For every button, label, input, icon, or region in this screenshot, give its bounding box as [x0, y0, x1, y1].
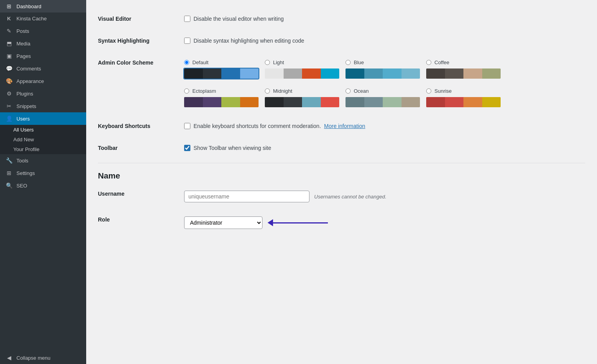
- sidebar: ⊞ Dashboard K Kinsta Cache ✎ Posts ⬒ Med…: [0, 0, 86, 364]
- keyboard-shortcuts-checkbox-label[interactable]: Enable keyboard shortcuts for comment mo…: [184, 123, 585, 129]
- snippets-icon: ✂: [5, 103, 13, 109]
- scheme-ectoplasm-radio[interactable]: [184, 88, 189, 94]
- toolbar-row: Toolbar Show Toolbar when viewing site: [98, 137, 585, 159]
- arrow-line: [273, 222, 328, 223]
- scheme-coffee-swatches: [426, 68, 501, 79]
- sidebar-item-media[interactable]: ⬒ Media: [0, 37, 86, 50]
- toolbar-checkbox[interactable]: [184, 145, 190, 151]
- main-content: Visual Editor Disable the visual editor …: [86, 0, 597, 364]
- scheme-ectoplasm[interactable]: Ectoplasm: [184, 88, 259, 107]
- scheme-ectoplasm-swatches: [184, 97, 259, 107]
- scheme-coffee[interactable]: Coffee: [426, 59, 501, 79]
- scheme-light-swatches: [265, 68, 339, 79]
- collapse-icon: ◀: [5, 355, 13, 361]
- scheme-ocean-swatches: [346, 97, 420, 107]
- pages-icon: ▣: [5, 53, 13, 59]
- appearance-icon: 🎨: [5, 78, 13, 84]
- name-form-table: Username Usernames cannot be changed. Ro…: [98, 184, 585, 237]
- dashboard-icon: ⊞: [5, 3, 13, 9]
- keyboard-shortcuts-label: Keyboard Shortcuts: [98, 123, 150, 129]
- sidebar-item-appearance[interactable]: 🎨 Appearance: [0, 75, 86, 87]
- scheme-midnight-swatches: [265, 97, 339, 107]
- visual-editor-checkbox-label[interactable]: Disable the visual editor when writing: [184, 16, 585, 22]
- sidebar-item-tools[interactable]: 🔧 Tools: [0, 154, 86, 167]
- color-scheme-row: Admin Color Scheme Default: [98, 52, 585, 115]
- color-scheme-label: Admin Color Scheme: [98, 59, 154, 66]
- role-label: Role: [98, 216, 110, 223]
- sidebar-item-seo[interactable]: 🔍 SEO: [0, 179, 86, 192]
- scheme-blue-radio[interactable]: [346, 60, 351, 65]
- visual-editor-row: Visual Editor Disable the visual editor …: [98, 8, 585, 30]
- role-select[interactable]: Administrator Editor Author Contributor …: [184, 216, 262, 229]
- scheme-sunrise-swatches: [426, 97, 501, 107]
- sidebar-item-users[interactable]: 👤 Users: [0, 112, 86, 125]
- arrow-annotation: [268, 219, 328, 226]
- keyboard-shortcuts-more-info[interactable]: More information: [324, 123, 365, 129]
- users-submenu: All Users Add New Your Profile: [0, 125, 86, 154]
- username-row: Username Usernames cannot be changed.: [98, 184, 585, 210]
- sidebar-item-settings[interactable]: ⊞ Settings: [0, 167, 86, 179]
- users-icon: 👤: [5, 115, 13, 122]
- scheme-ocean-radio[interactable]: [346, 88, 351, 94]
- scheme-midnight[interactable]: Midnight: [265, 88, 339, 107]
- seo-icon: 🔍: [5, 182, 13, 189]
- sidebar-item-posts[interactable]: ✎ Posts: [0, 25, 86, 37]
- sidebar-item-collapse[interactable]: ◀ Collapse menu: [0, 351, 86, 364]
- kinsta-icon: K: [5, 16, 13, 22]
- toolbar-label: Toolbar: [98, 145, 118, 151]
- visual-editor-checkbox[interactable]: [184, 16, 190, 22]
- scheme-coffee-radio[interactable]: [426, 60, 431, 65]
- username-note: Usernames cannot be changed.: [314, 194, 386, 200]
- submenu-all-users[interactable]: All Users: [0, 125, 86, 135]
- plugins-icon: ⚙: [5, 90, 13, 97]
- sidebar-item-dashboard[interactable]: ⊞ Dashboard: [0, 0, 86, 13]
- toolbar-checkbox-label[interactable]: Show Toolbar when viewing site: [184, 145, 585, 151]
- username-label: Username: [98, 191, 125, 197]
- role-row: Role Administrator Editor Author Contrib…: [98, 210, 585, 237]
- scheme-light[interactable]: Light: [265, 59, 339, 79]
- keyboard-shortcuts-row: Keyboard Shortcuts Enable keyboard short…: [98, 115, 585, 137]
- sidebar-item-pages[interactable]: ▣ Pages: [0, 50, 86, 62]
- submenu-add-new[interactable]: Add New: [0, 135, 86, 144]
- scheme-midnight-radio[interactable]: [265, 88, 270, 94]
- syntax-highlighting-label: Syntax Highlighting: [98, 38, 149, 44]
- profile-form-table: Visual Editor Disable the visual editor …: [98, 8, 585, 159]
- username-input[interactable]: [184, 191, 309, 202]
- visual-editor-label: Visual Editor: [98, 16, 131, 22]
- scheme-default-swatches: [184, 68, 259, 79]
- scheme-sunrise[interactable]: Sunrise: [426, 88, 501, 107]
- name-section-heading: Name: [98, 163, 585, 184]
- syntax-highlighting-row: Syntax Highlighting Disable syntax highl…: [98, 30, 585, 52]
- comments-icon: 💬: [5, 65, 13, 72]
- sidebar-item-comments[interactable]: 💬 Comments: [0, 62, 86, 75]
- arrow-head-icon: [268, 219, 273, 226]
- sidebar-item-kinsta-cache[interactable]: K Kinsta Cache: [0, 13, 86, 25]
- sidebar-item-snippets[interactable]: ✂ Snippets: [0, 100, 86, 112]
- posts-icon: ✎: [5, 28, 13, 34]
- sidebar-item-plugins[interactable]: ⚙ Plugins: [0, 87, 86, 100]
- scheme-default[interactable]: Default: [184, 59, 259, 79]
- scheme-default-radio[interactable]: [184, 60, 189, 65]
- scheme-blue[interactable]: Blue: [346, 59, 420, 79]
- syntax-highlighting-checkbox-label[interactable]: Disable syntax highlighting when editing…: [184, 38, 585, 44]
- scheme-blue-swatches: [346, 68, 420, 79]
- color-scheme-grid: Default: [184, 59, 585, 107]
- keyboard-shortcuts-checkbox[interactable]: [184, 123, 190, 129]
- tools-icon: 🔧: [5, 157, 13, 164]
- scheme-ocean[interactable]: Ocean: [346, 88, 420, 107]
- scheme-sunrise-radio[interactable]: [426, 88, 431, 94]
- syntax-highlighting-checkbox[interactable]: [184, 38, 190, 44]
- submenu-your-profile[interactable]: Your Profile: [0, 144, 86, 154]
- media-icon: ⬒: [5, 40, 13, 47]
- scheme-light-radio[interactable]: [265, 60, 270, 65]
- settings-icon: ⊞: [5, 170, 13, 176]
